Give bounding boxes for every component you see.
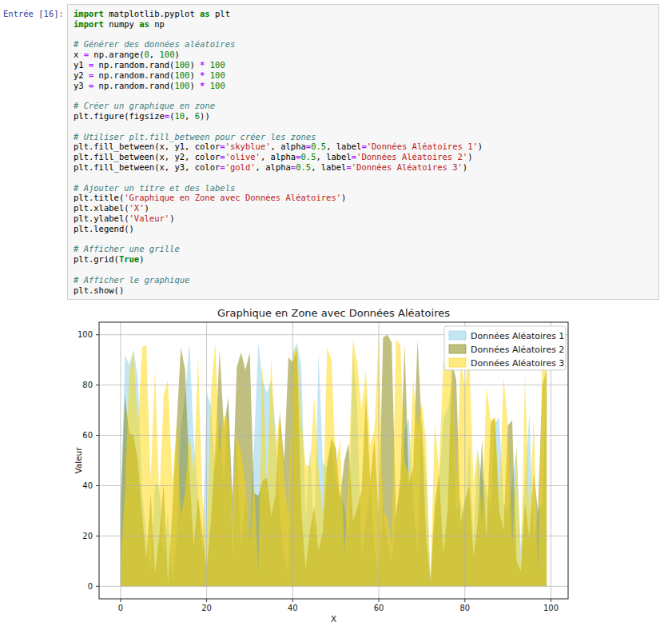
y-axis-label: Valeur bbox=[74, 447, 83, 474]
code-line: y3 = np.random.rand(100) * 100 bbox=[74, 81, 653, 91]
svg-text:100: 100 bbox=[543, 604, 559, 612]
legend-label-3: Données Aléatoires 3 bbox=[471, 358, 564, 369]
code-line: plt.fill_between(x, y1, color='skyblue',… bbox=[74, 142, 653, 152]
svg-text:20: 20 bbox=[82, 532, 93, 540]
code-line bbox=[74, 90, 653, 101]
code-line: plt.ylabel('Valeur') bbox=[74, 213, 653, 224]
notebook: Entrée [16]: import matplotlib.pyplot as… bbox=[0, 0, 672, 622]
svg-text:40: 40 bbox=[288, 604, 298, 612]
code-line: plt.grid(True) bbox=[74, 254, 653, 265]
svg-text:60: 60 bbox=[374, 604, 384, 612]
svg-text:0: 0 bbox=[118, 604, 123, 612]
code-line: plt.legend() bbox=[74, 224, 653, 234]
code-line: import numpy as np bbox=[74, 19, 653, 30]
legend-swatch-3 bbox=[449, 358, 466, 367]
code-line bbox=[74, 234, 653, 245]
svg-text:100: 100 bbox=[78, 331, 93, 340]
code-line: # Utiliser plt.fill_between pour créer l… bbox=[74, 132, 653, 142]
output-area: 020406080100X020406080100ValeurGraphique… bbox=[72, 306, 672, 622]
code-line: plt.xlabel('X') bbox=[74, 203, 653, 213]
code-line: # Afficher une grille bbox=[74, 244, 653, 254]
code-line: y1 = np.random.rand(100) * 100 bbox=[74, 60, 653, 70]
svg-text:60: 60 bbox=[82, 431, 93, 440]
code-line: plt.figure(figsize=(10, 6)) bbox=[74, 111, 653, 122]
code-line: # Ajouter un titre et des labels bbox=[74, 183, 653, 193]
legend: Données Aléatoires 1Données Aléatoires 2… bbox=[444, 326, 566, 370]
code-cell[interactable]: import matplotlib.pyplot as pltimport nu… bbox=[67, 4, 659, 300]
svg-text:40: 40 bbox=[82, 481, 93, 490]
code-line: # Créer un graphique en zone bbox=[74, 101, 653, 111]
legend-label-1: Données Aléatoires 1 bbox=[471, 331, 564, 341]
code-line bbox=[74, 122, 653, 132]
code-line: plt.show() bbox=[74, 285, 653, 296]
output-chart: 020406080100X020406080100ValeurGraphique… bbox=[72, 306, 599, 622]
code-line: # Générer des données aléatoires bbox=[74, 39, 653, 50]
code-line: plt.title('Graphique en Zone avec Donnée… bbox=[74, 193, 653, 203]
svg-text:80: 80 bbox=[459, 604, 470, 612]
legend-label-2: Données Aléatoires 2 bbox=[471, 345, 564, 355]
notebook-cell: Entrée [16]: import matplotlib.pyplot as… bbox=[0, 4, 672, 300]
code-line bbox=[74, 173, 653, 183]
code-line bbox=[74, 265, 653, 275]
legend-swatch-2 bbox=[449, 345, 466, 353]
legend-swatch-1 bbox=[449, 331, 466, 340]
code-line bbox=[74, 30, 653, 40]
code-line: plt.fill_between(x, y2, color='olive', a… bbox=[74, 152, 653, 162]
svg-text:20: 20 bbox=[201, 604, 212, 612]
code-line: # Afficher le graphique bbox=[74, 275, 653, 285]
x-axis-label: X bbox=[331, 614, 336, 622]
code-line: x = np.arange(0, 100) bbox=[74, 50, 653, 60]
code-editor[interactable]: import matplotlib.pyplot as pltimport nu… bbox=[74, 9, 653, 295]
svg-text:0: 0 bbox=[88, 582, 93, 591]
chart-title: Graphique en Zone avec Données Aléatoire… bbox=[217, 307, 450, 319]
input-prompt: Entrée [16]: bbox=[0, 4, 67, 18]
code-line: import matplotlib.pyplot as plt bbox=[74, 9, 653, 19]
code-line: y2 = np.random.rand(100) * 100 bbox=[74, 70, 653, 81]
svg-text:80: 80 bbox=[82, 381, 93, 389]
code-line: plt.fill_between(x, y3, color='gold', al… bbox=[74, 162, 653, 173]
